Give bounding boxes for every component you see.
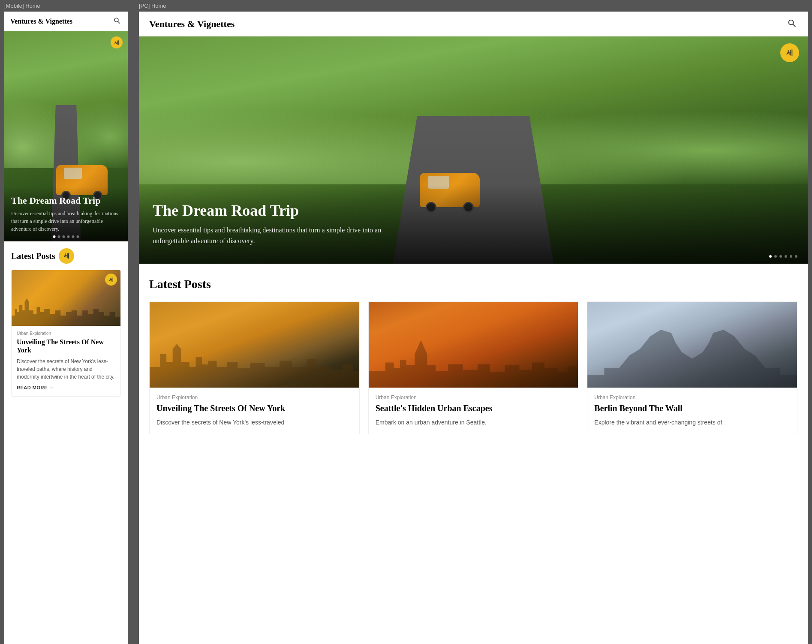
pc-post-desc-ny: Discover the secrets of New York's less-…	[156, 418, 352, 427]
svg-line-3	[793, 24, 796, 27]
mobile-frame: Ventures & Vignettes	[4, 12, 128, 644]
mobile-latest-posts: Latest Posts 세 세 Urban Exploration Unvei…	[4, 241, 128, 644]
pc-post-title-berlin: Berlin Beyond The Wall	[594, 403, 790, 413]
mobile-latest-title: Latest Posts	[11, 251, 55, 261]
pc-post-card-seattle[interactable]: Urban Exploration Seattle's Hidden Urban…	[368, 301, 579, 434]
mobile-post-image: 세	[12, 270, 120, 326]
pc-post-category-ny: Urban Exploration	[156, 394, 352, 400]
pc-post-desc-seattle: Embark on an urban adventure in Seattle,	[376, 418, 571, 427]
svg-point-0	[114, 18, 118, 22]
mobile-hero-title: The Dream Road Trip	[11, 195, 121, 206]
mobile-read-more-link[interactable]: READ MORE →	[17, 385, 54, 390]
pc-panel-label: [PC] Home	[135, 0, 812, 12]
dot-3[interactable]	[63, 235, 65, 238]
pc-post-card-berlin[interactable]: Urban Exploration Berlin Beyond The Wall…	[587, 301, 797, 434]
pc-search-button[interactable]	[786, 18, 797, 30]
pc-dot-5[interactable]	[790, 255, 792, 258]
pc-dot-6[interactable]	[795, 255, 797, 258]
pc-post-body-berlin: Urban Exploration Berlin Beyond The Wall…	[587, 388, 797, 434]
mobile-post-title: Unveiling The Streets Of New York	[17, 338, 115, 354]
pc-site-title: Ventures & Vignettes	[149, 18, 235, 30]
pc-post-category-berlin: Urban Exploration	[594, 394, 790, 400]
pc-panel: [PC] Home Ventures & Vignettes	[135, 0, 812, 644]
pc-dot-1[interactable]	[769, 255, 772, 258]
pc-hero: 세 The Dream Road Trip Uncover essential …	[139, 36, 808, 264]
mobile-post-body: Urban Exploration Unveiling The Streets …	[12, 326, 120, 396]
pc-post-category-seattle: Urban Exploration	[376, 394, 571, 400]
pc-hero-title: The Dream Road Trip	[153, 202, 794, 220]
search-icon	[113, 17, 121, 24]
pc-post-image-seattle	[369, 302, 578, 388]
mobile-search-button[interactable]	[112, 16, 122, 27]
mobile-post-category: Urban Exploration	[17, 331, 115, 336]
mobile-hero-badge: 세	[111, 36, 123, 48]
pc-post-title-ny: Unveiling The Streets Of New York	[156, 403, 352, 413]
pc-post-desc-berlin: Explore the vibrant and ever-changing st…	[594, 418, 790, 427]
mobile-panel: [Mobile] Home Ventures & Vignettes	[0, 0, 132, 644]
pc-latest-section: Latest Posts Urban Exploration Unveiling…	[139, 264, 808, 448]
mobile-site-title: Ventures & Vignettes	[10, 18, 72, 25]
pc-search-icon	[787, 18, 797, 28]
pc-post-body-seattle: Urban Exploration Seattle's Hidden Urban…	[369, 388, 578, 434]
pc-hero-overlay: The Dream Road Trip Uncover essential ti…	[139, 184, 808, 264]
dot-6[interactable]	[77, 235, 79, 238]
pc-latest-title: Latest Posts	[149, 277, 797, 291]
mobile-latest-badge: 세	[59, 248, 74, 264]
pc-hero-dots	[769, 255, 797, 258]
mobile-header: Ventures & Vignettes	[4, 12, 128, 31]
pc-post-image-ny	[150, 302, 359, 388]
dot-5[interactable]	[72, 235, 75, 238]
svg-line-1	[118, 21, 120, 24]
dot-4[interactable]	[67, 235, 70, 238]
pc-frame: Ventures & Vignettes	[139, 12, 808, 644]
dot-2[interactable]	[58, 235, 60, 238]
pc-post-body-ny: Urban Exploration Unveiling The Streets …	[150, 388, 359, 434]
pc-hero-badge: 세	[780, 43, 799, 62]
dot-1[interactable]	[53, 235, 56, 238]
mobile-post-description: Discover the secrets of New York's less-…	[17, 358, 115, 381]
mobile-panel-label: [Mobile] Home	[0, 0, 132, 12]
pc-post-title-seattle: Seattle's Hidden Urban Escapes	[376, 403, 571, 413]
mobile-latest-header: Latest Posts 세	[11, 248, 121, 264]
pc-post-image-berlin	[587, 302, 797, 388]
mobile-hero-overlay: The Dream Road Trip Uncover essential ti…	[4, 187, 128, 241]
svg-point-2	[789, 20, 794, 25]
pc-dot-3[interactable]	[779, 255, 782, 258]
pc-hero-description: Uncover essential tips and breathtaking …	[153, 225, 410, 247]
pc-dot-2[interactable]	[774, 255, 777, 258]
pc-posts-grid: Urban Exploration Unveiling The Streets …	[149, 301, 797, 434]
mobile-post-badge: 세	[105, 274, 117, 286]
mobile-hero-description: Uncover essential tips and breathtaking …	[11, 210, 121, 233]
mobile-post-card[interactable]: 세 Urban Exploration Unveiling The Street…	[11, 270, 121, 397]
mobile-hero: 세 The Dream Road Trip Uncover essential …	[4, 31, 128, 241]
mobile-hero-dots	[53, 235, 79, 238]
pc-post-card-ny[interactable]: Urban Exploration Unveiling The Streets …	[149, 301, 360, 434]
mobile-van-window	[64, 168, 82, 179]
pc-dot-4[interactable]	[785, 255, 787, 258]
pc-header: Ventures & Vignettes	[139, 12, 808, 36]
